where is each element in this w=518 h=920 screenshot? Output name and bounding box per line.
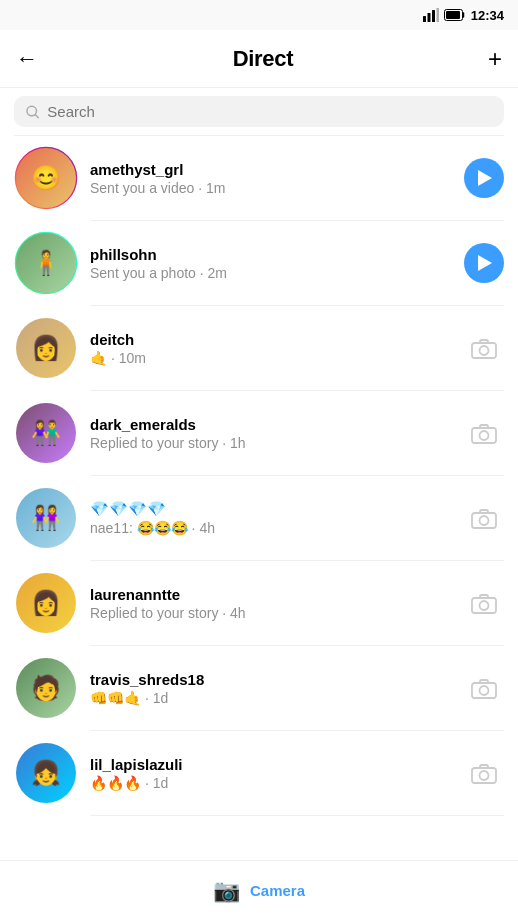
message-preview: Sent you a photo · 2m <box>90 265 464 281</box>
play-triangle-icon <box>478 255 492 271</box>
search-input-wrap[interactable] <box>14 96 504 127</box>
camera-bottom-icon: 📷 <box>213 878 240 904</box>
avatar: 👩 <box>14 316 78 380</box>
message-content: laurenanntteReplied to your story · 4h <box>90 586 464 621</box>
status-time: 12:34 <box>471 8 504 23</box>
avatar: 😊 <box>14 146 78 210</box>
list-item[interactable]: 😊amethyst_grlSent you a video · 1m <box>0 136 518 220</box>
avatar: 🧍 <box>14 231 78 295</box>
status-icons: 12:34 <box>423 8 504 23</box>
camera-button[interactable] <box>464 668 504 708</box>
message-preview: nae11: 😂😂😂 · 4h <box>90 520 464 536</box>
list-item[interactable]: 👫dark_emeraldsReplied to your story · 1h <box>0 391 518 475</box>
battery-icon <box>444 9 466 21</box>
message-content: travis_shreds18👊👊🤙 · 1d <box>90 671 464 706</box>
add-button[interactable]: + <box>488 45 502 73</box>
message-preview: Sent you a video · 1m <box>90 180 464 196</box>
divider <box>90 815 504 816</box>
list-item[interactable]: 👩laurenanntteReplied to your story · 4h <box>0 561 518 645</box>
camera-button[interactable] <box>464 583 504 623</box>
avatar-image: 👩 <box>16 573 76 633</box>
camera-icon <box>471 762 497 784</box>
svg-point-13 <box>480 431 489 440</box>
message-content: deitch🤙 · 10m <box>90 331 464 366</box>
svg-point-17 <box>480 601 489 610</box>
play-button[interactable] <box>464 158 504 198</box>
avatar-image: 🧍 <box>16 233 76 293</box>
svg-rect-5 <box>446 11 460 19</box>
back-button[interactable]: ← <box>16 46 38 72</box>
camera-bottom-label: Camera <box>250 882 305 899</box>
signal-icon <box>423 8 439 22</box>
list-item[interactable]: 👧lil_lapislazuli🔥🔥🔥 · 1d <box>0 731 518 815</box>
search-icon <box>26 105 39 119</box>
avatar-image: 👫 <box>16 403 76 463</box>
message-preview: Replied to your story · 4h <box>90 605 464 621</box>
svg-rect-3 <box>436 8 439 22</box>
message-username: phillsohn <box>90 246 464 263</box>
message-username: amethyst_grl <box>90 161 464 178</box>
avatar: 👭 <box>14 486 78 550</box>
avatar-image: 😊 <box>16 148 76 208</box>
page-title: Direct <box>233 46 294 72</box>
svg-rect-0 <box>423 16 426 22</box>
svg-rect-1 <box>427 13 430 22</box>
camera-button[interactable] <box>464 753 504 793</box>
message-preview: 👊👊🤙 · 1d <box>90 690 464 706</box>
list-item[interactable]: 🧑travis_shreds18👊👊🤙 · 1d <box>0 646 518 730</box>
avatar-image: 🧑 <box>16 658 76 718</box>
avatar-image: 👧 <box>16 743 76 803</box>
header: ← Direct + <box>0 30 518 88</box>
message-content: phillsohnSent you a photo · 2m <box>90 246 464 281</box>
message-preview: Replied to your story · 1h <box>90 435 464 451</box>
svg-line-7 <box>35 114 38 117</box>
svg-point-19 <box>480 686 489 695</box>
camera-button[interactable] <box>464 328 504 368</box>
message-preview: 🔥🔥🔥 · 1d <box>90 775 464 791</box>
svg-point-11 <box>480 346 489 355</box>
camera-icon <box>471 592 497 614</box>
message-username: lil_lapislazuli <box>90 756 464 773</box>
play-button[interactable] <box>464 243 504 283</box>
search-bar <box>0 88 518 135</box>
camera-icon <box>471 337 497 359</box>
message-content: lil_lapislazuli🔥🔥🔥 · 1d <box>90 756 464 791</box>
camera-icon <box>471 677 497 699</box>
svg-rect-2 <box>432 10 435 22</box>
message-content: 💎💎💎💎nae11: 😂😂😂 · 4h <box>90 500 464 536</box>
message-username: laurenanntte <box>90 586 464 603</box>
avatar: 🧑 <box>14 656 78 720</box>
list-item[interactable]: 🧍phillsohnSent you a photo · 2m <box>0 221 518 305</box>
message-content: dark_emeraldsReplied to your story · 1h <box>90 416 464 451</box>
camera-button[interactable] <box>464 413 504 453</box>
status-bar: 12:34 <box>0 0 518 30</box>
list-item[interactable]: 👭💎💎💎💎nae11: 😂😂😂 · 4h <box>0 476 518 560</box>
camera-button[interactable] <box>464 498 504 538</box>
svg-point-15 <box>480 516 489 525</box>
message-list: 😊amethyst_grlSent you a video · 1m🧍phill… <box>0 136 518 854</box>
avatar: 👧 <box>14 741 78 805</box>
message-username: deitch <box>90 331 464 348</box>
message-username: dark_emeralds <box>90 416 464 433</box>
play-triangle-icon <box>478 170 492 186</box>
avatar: 👫 <box>14 401 78 465</box>
message-username: 💎💎💎💎 <box>90 500 464 518</box>
avatar: 👩 <box>14 571 78 635</box>
svg-point-21 <box>480 771 489 780</box>
message-preview: 🤙 · 10m <box>90 350 464 366</box>
camera-icon <box>471 422 497 444</box>
avatar-image: 👩 <box>16 318 76 378</box>
avatar-image: 👭 <box>16 488 76 548</box>
list-item[interactable]: 👩deitch🤙 · 10m <box>0 306 518 390</box>
search-input[interactable] <box>47 103 492 120</box>
message-content: amethyst_grlSent you a video · 1m <box>90 161 464 196</box>
bottom-bar[interactable]: 📷 Camera <box>0 860 518 920</box>
camera-icon <box>471 507 497 529</box>
message-username: travis_shreds18 <box>90 671 464 688</box>
